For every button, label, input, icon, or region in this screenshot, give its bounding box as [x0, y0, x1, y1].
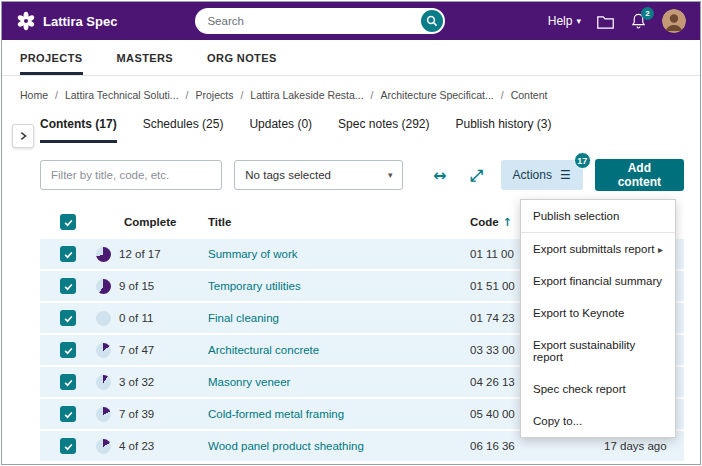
last-updated: 17 days ago — [586, 440, 684, 452]
row-checkbox[interactable] — [60, 438, 76, 454]
breadcrumb-separator: / — [55, 89, 58, 101]
folder-icon[interactable] — [596, 13, 615, 30]
row-checkbox[interactable] — [60, 246, 76, 262]
row-checkbox[interactable] — [60, 374, 76, 390]
sort-ascending-icon: ↑ — [503, 216, 512, 229]
nav-tab-masters[interactable]: MASTERS — [117, 40, 174, 75]
toolbar: No tags selected ▾ ↔ ⤢ Actions ☰ 17 Add … — [40, 159, 684, 191]
breadcrumb-separator: / — [371, 89, 374, 101]
search-input[interactable] — [207, 15, 421, 27]
tab-contents-17[interactable]: Contents (17) — [40, 117, 117, 143]
search-icon[interactable] — [421, 10, 443, 32]
user-avatar[interactable] — [662, 9, 686, 33]
nav-tab-org-notes[interactable]: ORG NOTES — [207, 40, 277, 75]
breadcrumb-separator: / — [501, 89, 504, 101]
submenu-arrow-icon: ▸ — [658, 244, 663, 255]
tab-spec-notes-292[interactable]: Spec notes (292) — [338, 117, 429, 143]
breadcrumb-item-architecture-specificat[interactable]: Architecture Specificat... — [381, 89, 494, 101]
menu-item-spec-check-report[interactable]: Spec check report — [521, 373, 675, 405]
completion-text: 7 of 47 — [119, 344, 154, 356]
tags-dropdown[interactable]: No tags selected ▾ — [234, 160, 403, 190]
completion-pie-icon — [96, 343, 111, 358]
breadcrumb-separator: / — [240, 89, 243, 101]
chevron-down-icon: ▾ — [388, 170, 393, 180]
notification-badge: 2 — [641, 7, 654, 20]
module-nav: PROJECTSMASTERSORG NOTES — [2, 40, 700, 76]
search-bar — [195, 8, 445, 34]
content-tabs: Contents (17)Schedules (25)Updates (0)Sp… — [40, 103, 684, 143]
section-title-link[interactable]: Summary of work — [208, 248, 297, 260]
completion-pie-icon — [96, 407, 111, 422]
tags-dropdown-value: No tags selected — [245, 169, 331, 181]
section-title-link[interactable]: Cold-formed metal framing — [208, 408, 344, 420]
section-title-link[interactable]: Final cleaning — [208, 312, 279, 324]
completion-text: 3 of 32 — [119, 376, 154, 388]
menu-item-export-to-keynote[interactable]: Export to Keynote — [521, 297, 675, 329]
menu-item-export-sustainability-report[interactable]: Export sustainability report — [521, 329, 675, 373]
tab-publish-history-3[interactable]: Publish history (3) — [455, 117, 551, 143]
row-checkbox[interactable] — [60, 278, 76, 294]
add-content-button[interactable]: Add content — [595, 159, 684, 191]
completion-text: 0 of 11 — [119, 312, 153, 324]
completion-pie-icon — [96, 375, 111, 390]
tab-updates-0[interactable]: Updates (0) — [249, 117, 312, 143]
actions-count-badge: 17 — [574, 152, 591, 169]
section-code: 06 16 36 — [470, 440, 586, 452]
completion-text: 12 of 17 — [119, 248, 161, 260]
chevron-down-icon: ▾ — [576, 16, 581, 26]
row-checkbox[interactable] — [60, 310, 76, 326]
menu-item-copy-to[interactable]: Copy to... — [521, 405, 675, 437]
completion-pie-icon — [96, 279, 111, 294]
completion-text: 7 of 39 — [119, 408, 154, 420]
column-header-title[interactable]: Title — [208, 216, 470, 228]
section-title-link[interactable]: Temporary utilities — [208, 280, 301, 292]
top-right-controls: Help ▾ 2 — [548, 9, 686, 33]
brand: Lattira Spec — [16, 11, 117, 31]
app-window: Lattira Spec Help ▾ — [1, 1, 701, 465]
nav-tab-projects[interactable]: PROJECTS — [20, 40, 83, 75]
actions-button[interactable]: Actions ☰ 17 — [501, 160, 583, 190]
breadcrumb-item-home[interactable]: Home — [20, 89, 48, 101]
filter-input[interactable] — [40, 160, 222, 190]
breadcrumb-item-lattira-technical-soluti[interactable]: Lattira Technical Soluti... — [65, 89, 179, 101]
brand-name: Lattira Spec — [43, 14, 117, 29]
breadcrumb-item-lattira-lakeside-resta[interactable]: Lattira Lakeside Resta... — [250, 89, 363, 101]
row-checkbox[interactable] — [60, 406, 76, 422]
section-title-link[interactable]: Wood panel product sheathing — [208, 440, 364, 452]
section-title-link[interactable]: Architectural concrete — [208, 344, 319, 356]
column-resize-icon[interactable]: ↔ — [427, 161, 452, 189]
section-title-link[interactable]: Masonry veneer — [208, 376, 290, 388]
actions-dropdown-menu: Publish selection Export submittals repo… — [520, 199, 676, 438]
hamburger-icon: ☰ — [560, 168, 571, 182]
row-checkbox[interactable] — [60, 342, 76, 358]
breadcrumb-item-projects[interactable]: Projects — [195, 89, 233, 101]
top-bar: Lattira Spec Help ▾ — [2, 2, 700, 40]
menu-item-export-financial-summary[interactable]: Export financial summary — [521, 265, 675, 297]
select-all-checkbox[interactable] — [60, 214, 76, 230]
completion-pie-icon — [96, 247, 111, 262]
completion-pie-icon — [96, 311, 111, 326]
completion-text: 4 of 23 — [119, 440, 154, 452]
breadcrumb: Home/Lattira Technical Soluti.../Project… — [2, 76, 700, 103]
breadcrumb-item-content[interactable]: Content — [511, 89, 548, 101]
tab-schedules-25[interactable]: Schedules (25) — [143, 117, 224, 143]
completion-text: 9 of 15 — [119, 280, 154, 292]
column-header-complete[interactable]: Complete — [96, 216, 208, 228]
notifications-bell-icon[interactable]: 2 — [630, 12, 647, 31]
menu-item-export-submittals-report[interactable]: Export submittals report ▸ — [521, 233, 675, 265]
help-menu[interactable]: Help ▾ — [548, 14, 581, 28]
brand-flower-icon — [16, 11, 36, 31]
fullscreen-expand-icon[interactable]: ⤢ — [464, 161, 489, 189]
completion-pie-icon — [96, 439, 111, 454]
menu-item-publish-selection[interactable]: Publish selection — [521, 200, 675, 233]
breadcrumb-separator: / — [186, 89, 189, 101]
